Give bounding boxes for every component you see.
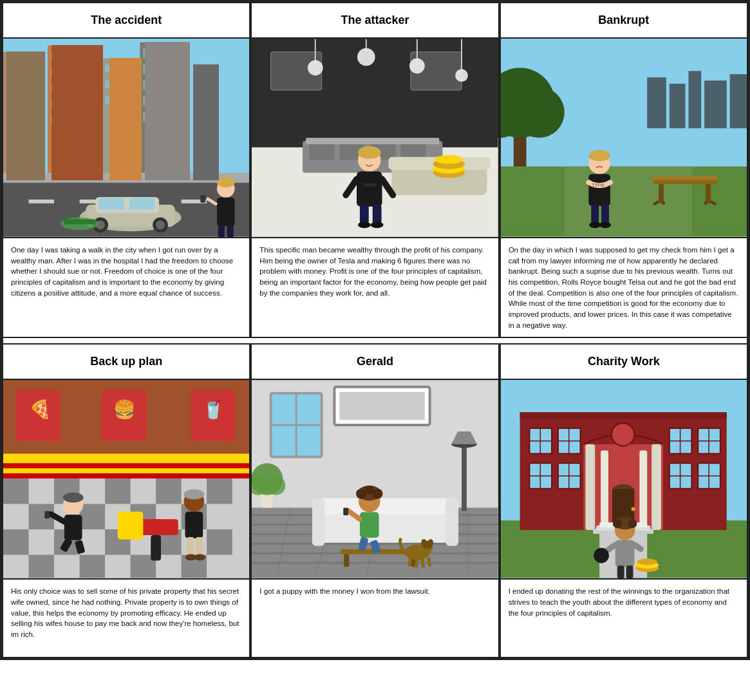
svg-rect-125 bbox=[669, 84, 685, 128]
svg-rect-168 bbox=[207, 478, 232, 504]
svg-rect-197 bbox=[187, 537, 194, 556]
svg-rect-138 bbox=[706, 184, 711, 203]
title-gerald: Gerald bbox=[252, 345, 498, 380]
svg-rect-297 bbox=[615, 540, 634, 567]
svg-rect-189 bbox=[64, 515, 82, 541]
svg-point-144 bbox=[588, 150, 610, 162]
svg-rect-46 bbox=[178, 49, 184, 58]
svg-rect-147 bbox=[591, 205, 599, 224]
svg-rect-59 bbox=[143, 112, 149, 121]
svg-rect-262 bbox=[601, 451, 608, 530]
svg-rect-11 bbox=[48, 46, 98, 179]
svg-rect-229 bbox=[312, 498, 458, 515]
svg-rect-27 bbox=[86, 100, 92, 109]
svg-rect-40 bbox=[115, 97, 120, 104]
svg-rect-18 bbox=[73, 68, 80, 77]
image-gerald bbox=[252, 380, 498, 580]
svg-rect-7 bbox=[26, 74, 31, 82]
svg-rect-302 bbox=[626, 566, 633, 579]
svg-rect-145 bbox=[588, 174, 610, 205]
svg-line-250 bbox=[416, 559, 417, 568]
svg-rect-244 bbox=[344, 508, 349, 516]
svg-rect-0 bbox=[3, 39, 249, 236]
svg-rect-9 bbox=[16, 90, 21, 98]
cell-gerald: Gerald bbox=[250, 343, 499, 658]
svg-rect-128 bbox=[729, 74, 747, 128]
svg-rect-260 bbox=[585, 444, 595, 530]
svg-point-295 bbox=[613, 520, 622, 529]
svg-rect-84 bbox=[218, 225, 225, 237]
svg-rect-56 bbox=[155, 97, 161, 106]
svg-point-300 bbox=[594, 548, 609, 563]
svg-rect-53 bbox=[166, 80, 173, 90]
svg-rect-6 bbox=[16, 74, 21, 82]
svg-rect-43 bbox=[143, 49, 149, 58]
svg-rect-49 bbox=[166, 64, 173, 73]
svg-rect-184 bbox=[151, 535, 161, 561]
svg-rect-21 bbox=[62, 84, 68, 93]
svg-rect-61 bbox=[166, 112, 173, 121]
svg-rect-52 bbox=[155, 80, 161, 90]
svg-rect-233 bbox=[344, 554, 350, 567]
svg-rect-5 bbox=[6, 74, 12, 82]
svg-point-150 bbox=[599, 222, 611, 228]
svg-rect-209 bbox=[252, 562, 498, 564]
svg-point-76 bbox=[96, 220, 105, 229]
text-charity: I ended up donating the rest of the winn… bbox=[501, 580, 747, 657]
svg-rect-2 bbox=[6, 59, 12, 66]
svg-point-70 bbox=[80, 203, 182, 231]
svg-rect-15 bbox=[86, 52, 92, 61]
svg-text:🍕: 🍕 bbox=[29, 399, 52, 421]
storyboard-grid: The accident bbox=[0, 0, 750, 660]
image-charity bbox=[501, 380, 747, 580]
svg-rect-167 bbox=[156, 478, 182, 504]
svg-rect-83 bbox=[217, 198, 235, 226]
svg-point-259 bbox=[612, 423, 635, 446]
svg-rect-67 bbox=[131, 200, 156, 203]
svg-rect-25 bbox=[62, 100, 68, 109]
svg-point-296 bbox=[628, 520, 637, 529]
svg-point-122 bbox=[371, 222, 384, 228]
svg-point-98 bbox=[409, 59, 425, 74]
svg-rect-60 bbox=[155, 112, 161, 121]
svg-rect-45 bbox=[166, 49, 173, 58]
svg-point-238 bbox=[373, 489, 383, 499]
svg-rect-85 bbox=[227, 225, 234, 237]
image-bankrupt: TYFW bbox=[501, 39, 747, 238]
svg-rect-102 bbox=[306, 138, 439, 144]
svg-text:TYFW: TYFW bbox=[592, 183, 605, 187]
title-bankrupt: Bankrupt bbox=[501, 3, 747, 39]
svg-rect-26 bbox=[73, 100, 80, 109]
svg-rect-54 bbox=[178, 80, 184, 90]
image-backup: 🍕 🍔 🥤 bbox=[3, 380, 249, 580]
image-accident bbox=[3, 39, 249, 238]
text-attacker: This specific man became wealthy through… bbox=[252, 238, 498, 316]
svg-rect-38 bbox=[124, 80, 129, 88]
svg-rect-127 bbox=[704, 80, 727, 128]
svg-rect-42 bbox=[140, 43, 187, 179]
svg-rect-23 bbox=[86, 84, 92, 93]
svg-rect-13 bbox=[62, 52, 68, 61]
svg-rect-69 bbox=[3, 173, 249, 182]
svg-point-149 bbox=[589, 222, 601, 228]
svg-rect-161 bbox=[3, 469, 249, 474]
svg-rect-135 bbox=[653, 179, 717, 184]
svg-rect-230 bbox=[312, 498, 325, 546]
svg-point-239 bbox=[365, 486, 374, 495]
svg-rect-196 bbox=[185, 512, 203, 538]
svg-rect-119 bbox=[360, 205, 369, 224]
svg-text:TYFW: TYFW bbox=[363, 183, 376, 187]
title-attacker: The attacker bbox=[252, 3, 498, 39]
cell-backup: Back up plan 🍕 🍔 🥤 bbox=[2, 343, 250, 658]
svg-line-86 bbox=[207, 198, 217, 205]
svg-rect-170 bbox=[80, 504, 106, 530]
svg-rect-71 bbox=[86, 205, 174, 227]
svg-rect-164 bbox=[3, 478, 29, 504]
svg-rect-37 bbox=[115, 80, 120, 88]
svg-point-94 bbox=[308, 60, 323, 75]
svg-rect-44 bbox=[155, 49, 161, 58]
svg-point-265 bbox=[631, 507, 635, 511]
svg-rect-178 bbox=[29, 555, 55, 578]
svg-rect-57 bbox=[166, 97, 173, 106]
svg-rect-301 bbox=[617, 566, 624, 579]
